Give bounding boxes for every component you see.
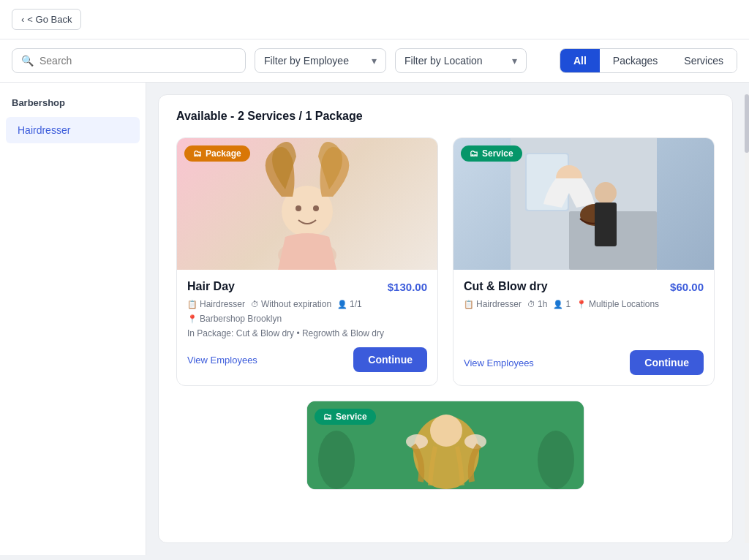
- top-bar: ‹ < Go Back: [0, 0, 749, 39]
- svg-point-13: [318, 431, 355, 489]
- card-price: $60.00: [670, 281, 704, 293]
- main-layout: Barbershop Hairdresser Available - 2 Ser…: [0, 83, 749, 555]
- svg-rect-11: [595, 203, 617, 246]
- card-name: Cut & Blow dry: [464, 280, 548, 293]
- badge-label: Service: [336, 412, 367, 422]
- search-icon: 🔍: [21, 55, 34, 67]
- meta-slots: 👤 1/1: [337, 299, 362, 309]
- tab-packages[interactable]: Packages: [600, 49, 671, 72]
- card-meta-1: 📋 Hairdresser ⏱ Without expiration 👤 1/1: [187, 299, 427, 309]
- package-icon: 🗂: [193, 148, 202, 159]
- service-icon: 🗂: [470, 148, 478, 159]
- svg-point-14: [538, 431, 574, 489]
- meta-category: 📋 Hairdresser: [464, 299, 522, 309]
- card-body-1: Hair Day $130.00 📋 Hairdresser ⏱ Without…: [177, 270, 437, 382]
- search-input-wrap[interactable]: 🔍: [12, 48, 246, 73]
- people-icon: 👤: [337, 300, 347, 309]
- calendar-icon: 📋: [187, 300, 197, 309]
- badge-label: Package: [206, 148, 241, 159]
- chevron-down-icon: ▾: [512, 55, 517, 67]
- card-image-wrap-1: 🗂 Package: [177, 138, 437, 270]
- card-actions-1: View Employees Continue: [187, 347, 427, 372]
- location-icon: 📍: [576, 300, 587, 309]
- continue-button[interactable]: Continue: [353, 347, 427, 372]
- sidebar-item-label: Hairdresser: [18, 124, 70, 136]
- card-name-row-2: Cut & Blow dry $60.00: [464, 280, 704, 293]
- meta-duration: ⏱ 1h: [527, 299, 547, 309]
- search-input[interactable]: [39, 55, 236, 67]
- go-back-label: < Go Back: [27, 14, 72, 25]
- badge-service-3: 🗂 Service: [315, 409, 376, 425]
- tab-all[interactable]: All: [560, 49, 600, 72]
- card-name-row: Hair Day $130.00: [187, 280, 427, 293]
- sidebar-section-title: Barbershop: [0, 94, 146, 117]
- clock-icon: ⏱: [527, 300, 535, 309]
- table-row: 🗂 Service: [306, 401, 584, 490]
- search-bar: 🔍 Filter by Employee ▾ Filter by Locatio…: [0, 39, 749, 83]
- badge-label: Service: [482, 148, 513, 159]
- scrollbar-thumb[interactable]: [745, 94, 749, 153]
- meta-slots: 👤 1: [553, 299, 571, 309]
- svg-point-3: [313, 205, 319, 211]
- table-row: 🗂 Service: [453, 137, 715, 386]
- location-icon: 📍: [187, 314, 197, 324]
- card-image-2: [511, 138, 657, 270]
- continue-button[interactable]: Continue: [630, 350, 704, 375]
- card-name: Hair Day: [187, 280, 235, 293]
- meta-location: 📍 Multiple Locations: [576, 299, 659, 309]
- table-row: 🗂 Package: [176, 137, 438, 386]
- view-employees-button[interactable]: View Employees: [464, 357, 534, 368]
- filter-location-select[interactable]: Filter by Location ▾: [395, 48, 527, 73]
- calendar-icon: 📋: [464, 300, 474, 309]
- chevron-down-icon: ▾: [372, 55, 377, 67]
- available-title: Available - 2 Services / 1 Package: [176, 110, 715, 123]
- third-card-container: 🗂 Service: [176, 401, 715, 490]
- svg-point-16: [430, 415, 462, 447]
- meta-location: 📍 Barbershop Brooklyn: [187, 314, 282, 324]
- card-price: $130.00: [388, 281, 427, 293]
- scrollbar-track[interactable]: [745, 94, 749, 543]
- card-meta-location: 📍 Barbershop Brooklyn: [187, 314, 427, 324]
- cards-grid: 🗂 Package: [176, 137, 715, 490]
- badge-service: 🗂 Service: [461, 145, 522, 162]
- card-image-1: [234, 138, 380, 270]
- meta-expiration: ⏱ Without expiration: [251, 299, 331, 309]
- card-image-wrap-2: 🗂 Service: [453, 138, 714, 270]
- people-icon: 👤: [553, 300, 563, 309]
- svg-point-2: [296, 205, 301, 211]
- meta-category: 📋 Hairdresser: [187, 299, 245, 309]
- svg-point-10: [595, 182, 617, 204]
- tab-group: All Packages Services: [560, 48, 737, 73]
- clock-icon: ⏱: [251, 300, 259, 309]
- sidebar: Barbershop Hairdresser: [0, 83, 146, 555]
- filter-employee-label: Filter by Employee: [264, 55, 349, 67]
- tab-services[interactable]: Services: [671, 49, 737, 72]
- back-icon: ‹: [21, 14, 24, 25]
- content-area: Available - 2 Services / 1 Package 🗂 Pac…: [158, 94, 733, 543]
- card-body-2: Cut & Blow dry $60.00 📋 Hairdresser ⏱ 1h: [453, 270, 714, 385]
- service-icon: 🗂: [323, 412, 332, 422]
- sidebar-item-hairdresser[interactable]: Hairdresser: [6, 117, 140, 143]
- filter-employee-select[interactable]: Filter by Employee ▾: [255, 48, 386, 73]
- card-includes: In Package: Cut & Blow dry • Regrowth & …: [187, 328, 427, 338]
- view-employees-button[interactable]: View Employees: [187, 355, 257, 366]
- card-image-wrap-3: 🗂 Service: [307, 401, 584, 489]
- card-actions-2: View Employees Continue: [464, 350, 704, 375]
- filter-location-label: Filter by Location: [404, 55, 483, 67]
- badge-package: 🗂 Package: [184, 145, 250, 162]
- card-meta-2: 📋 Hairdresser ⏱ 1h 👤 1 📍: [464, 299, 704, 309]
- go-back-button[interactable]: ‹ < Go Back: [12, 9, 81, 30]
